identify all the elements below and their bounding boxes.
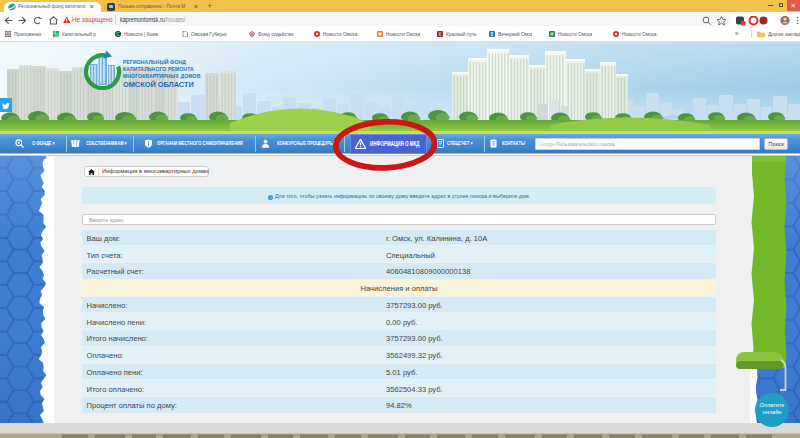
svg-text:C: C	[116, 31, 120, 37]
svg-text:В: В	[490, 32, 493, 37]
svg-text:К: К	[439, 32, 442, 37]
